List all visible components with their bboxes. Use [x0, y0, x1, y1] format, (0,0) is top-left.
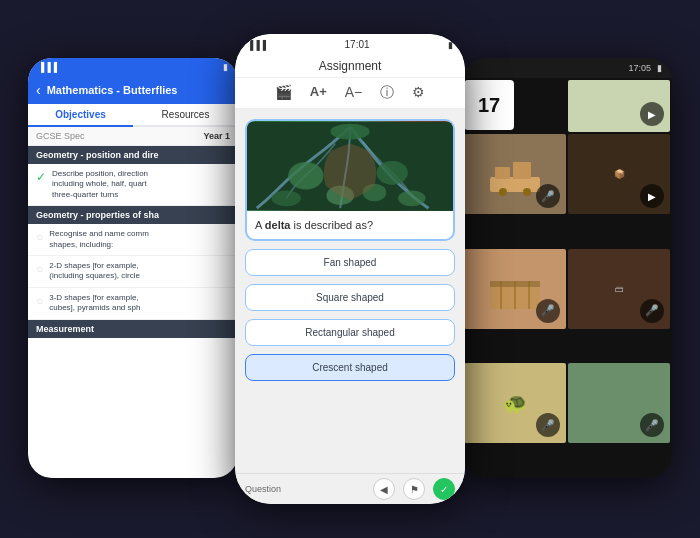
svg-point-11 [499, 188, 507, 196]
left-signal: ▐▐▐ [38, 62, 57, 72]
mic-icon-4: 🎤 [536, 299, 560, 323]
right-status-bar: 17:05 ▮ [462, 58, 672, 78]
center-content: A delta is described as? Fan shaped Squa… [235, 109, 465, 473]
left-title: Mathematics - Butterflies [47, 84, 230, 96]
spec-value: Year 1 [203, 131, 230, 141]
toolbar: 🎬 A+ A− ⓘ ⚙ [235, 78, 465, 109]
svg-point-2 [288, 162, 323, 189]
right-thumb-6[interactable]: 🐢 🎤 [464, 363, 566, 443]
video-icon: ▶ [640, 102, 664, 126]
right-thumb-5[interactable]: 🗃 🎤 [568, 249, 670, 329]
right-thumb-2[interactable]: 🎤 [464, 134, 566, 214]
item-text: 2-D shapes [for example,(including squar… [49, 261, 140, 282]
answer-crescent[interactable]: Crescent shaped [245, 354, 455, 381]
uncheck-icon: ○ [36, 262, 43, 276]
svg-point-7 [398, 191, 425, 207]
tab-objectives[interactable]: Objectives [28, 104, 133, 127]
svg-point-12 [523, 188, 531, 196]
item-text: 3-D shapes [for example,cubes], pyramids… [49, 293, 140, 314]
center-status-bar: ▐▐▐ 17:01 ▮ [235, 34, 465, 55]
answer-rectangular[interactable]: Rectangular shaped [245, 319, 455, 346]
bottom-bar: Question ◀ ⚑ ✓ [235, 473, 465, 504]
list-item: ○ 2-D shapes [for example,(including squ… [28, 256, 238, 288]
spec-label: GCSE Spec [36, 131, 85, 141]
confirm-button[interactable]: ✓ [433, 478, 455, 500]
decrease-font-icon[interactable]: A− [345, 84, 363, 102]
right-thumb-4[interactable]: 🎤 [464, 249, 566, 329]
svg-rect-9 [495, 167, 510, 179]
right-grid: 17 ▶ 🎤 📦 [462, 78, 672, 478]
item-text: Recognise and name commshapes, including… [49, 229, 149, 250]
right-thumb-7[interactable]: 🎤 [568, 363, 670, 443]
right-time: 17:05 [628, 63, 651, 73]
right-battery: ▮ [657, 63, 662, 73]
svg-point-6 [272, 191, 301, 207]
left-header: ‹ Mathematics - Butterflies [28, 76, 238, 104]
bottom-nav: ◀ ⚑ ✓ [373, 478, 455, 500]
date-number: 17 [478, 95, 500, 115]
assignment-title: Assignment [235, 55, 465, 78]
center-phone: ▐▐▐ 17:01 ▮ Assignment 🎬 A+ A− ⓘ ⚙ [235, 34, 465, 504]
video-toolbar-icon[interactable]: 🎬 [275, 84, 292, 102]
item-text: Describe position, directionincluding wh… [52, 169, 148, 200]
list-item: ○ Recognise and name commshapes, includi… [28, 224, 238, 256]
back-icon[interactable]: ‹ [36, 82, 41, 98]
box-svg [486, 269, 544, 309]
uncheck-icon: ○ [36, 294, 43, 308]
tab-resources[interactable]: Resources [133, 104, 238, 125]
settings-icon[interactable]: ⚙ [412, 84, 425, 102]
uncheck-icon: ○ [36, 230, 43, 244]
info-icon[interactable]: ⓘ [380, 84, 394, 102]
left-battery: ▮ [223, 62, 228, 72]
delta-svg [247, 121, 453, 211]
section-measurement: Measurement [28, 320, 238, 338]
list-item: ✓ Describe position, directionincluding … [28, 164, 238, 206]
right-thumb-3[interactable]: 📦 ▶ [568, 134, 670, 214]
question-card: A delta is described as? [245, 119, 455, 241]
right-phone: 17:05 ▮ 17 ▶ [462, 58, 672, 478]
mic-icon-2: 🎤 [536, 184, 560, 208]
section-geometry-position: Geometry - position and dire [28, 146, 238, 164]
prev-button[interactable]: ◀ [373, 478, 395, 500]
list-item: ○ 3-D shapes [for example,cubes], pyrami… [28, 288, 238, 320]
svg-rect-8 [490, 177, 540, 192]
center-battery: ▮ [448, 40, 453, 50]
svg-point-3 [376, 161, 407, 185]
date-tile: 17 [464, 80, 514, 130]
video-icon-3: ▶ [640, 184, 664, 208]
flag-button[interactable]: ⚑ [403, 478, 425, 500]
check-icon: ✓ [36, 170, 46, 184]
mic-icon-5: 🎤 [640, 299, 664, 323]
right-thumb-1[interactable]: ▶ [568, 80, 670, 132]
question-image [247, 121, 453, 211]
left-tabs: Objectives Resources [28, 104, 238, 127]
center-time: 17:01 [345, 39, 370, 50]
spec-row: GCSE Spec Year 1 [28, 127, 238, 146]
section-geometry-properties: Geometry - properties of sha [28, 206, 238, 224]
answer-square[interactable]: Square shaped [245, 284, 455, 311]
wood-craft-svg [485, 152, 545, 197]
svg-rect-10 [513, 162, 531, 179]
answer-fan[interactable]: Fan shaped [245, 249, 455, 276]
question-label: Question [245, 484, 281, 494]
mic-icon-7: 🎤 [640, 413, 664, 437]
left-phone: ▐▐▐ ▮ ‹ Mathematics - Butterflies Object… [28, 58, 238, 478]
increase-font-icon[interactable]: A+ [310, 84, 327, 102]
svg-point-1 [330, 124, 369, 140]
center-signal: ▐▐▐ [247, 40, 266, 50]
question-text: A delta is described as? [247, 211, 453, 239]
left-status-bar: ▐▐▐ ▮ [28, 58, 238, 76]
